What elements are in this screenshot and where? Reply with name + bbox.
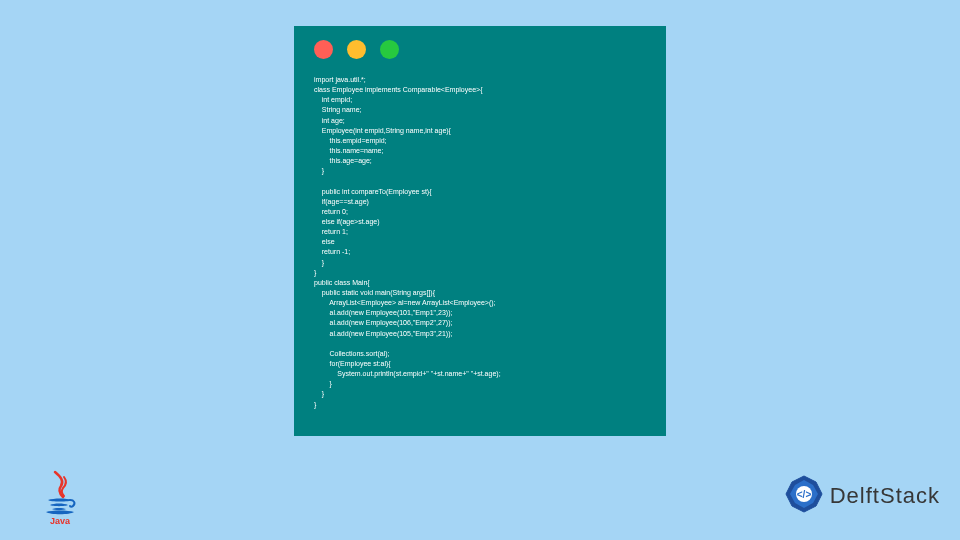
code-window: import java.util.*; class Employee imple… [294,26,666,436]
delftstack-text: DelftStack [830,483,940,509]
svg-text:Java: Java [50,516,71,526]
minimize-icon[interactable] [347,40,366,59]
svg-text:</>: </> [797,489,812,500]
code-block: import java.util.*; class Employee imple… [314,75,646,410]
maximize-icon[interactable] [380,40,399,59]
window-controls [314,40,646,59]
delftstack-icon: </> [782,474,826,518]
java-logo: Java [40,470,80,526]
delftstack-logo: </> DelftStack [782,474,940,518]
close-icon[interactable] [314,40,333,59]
